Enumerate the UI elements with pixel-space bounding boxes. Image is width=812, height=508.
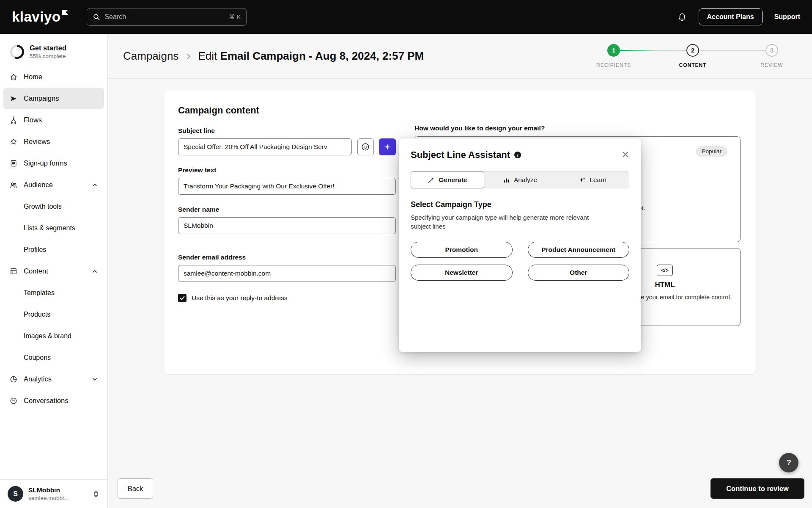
sender-email-group: Sender email address [178, 254, 396, 282]
step-circle: 2 [686, 44, 699, 57]
subject-line-input[interactable] [178, 138, 352, 155]
conversations-icon [9, 397, 18, 405]
step-circle: 3 [765, 44, 778, 57]
sidebar-nav: Home Campaigns Flows Reviews Sign-up for… [0, 66, 107, 411]
sidebar-item-label: Audience [24, 181, 53, 189]
card-title: Campaign content [178, 105, 741, 116]
chevron-right-icon [185, 52, 192, 60]
sidebar-item-home[interactable]: Home [3, 66, 104, 88]
campaign-title: Email Campaign - Aug 8, 2024, 2:57 PM [220, 50, 424, 62]
user-name: SLMobbin [28, 486, 69, 494]
step-label: RECIPIENTS [596, 62, 631, 68]
sidebar-item-conversations[interactable]: Conversations [3, 390, 104, 411]
sender-email-label: Sender email address [178, 254, 396, 261]
bar-chart-icon [503, 177, 510, 184]
get-started-progress: 55% complete [30, 53, 66, 59]
step-circle: 1 [607, 44, 620, 57]
sidebar-item-label: Reviews [24, 138, 50, 146]
preview-text-input[interactable] [178, 178, 396, 195]
close-icon[interactable]: ✕ [622, 150, 629, 160]
sidebar-item-label: Conversations [24, 397, 68, 405]
support-link[interactable]: Support [774, 13, 800, 21]
sidebar-item-content[interactable]: Content [3, 260, 104, 282]
sidebar-item-label: Products [24, 311, 50, 318]
emoji-picker-button[interactable] [357, 138, 374, 155]
sidebar-item-label: Sign-up forms [24, 159, 67, 167]
tab-label: Analyze [514, 176, 537, 184]
sidebar-item-products[interactable]: Products [3, 304, 104, 325]
back-button[interactable]: Back [118, 478, 153, 499]
continue-to-review-button[interactable]: Continue to review [710, 478, 804, 499]
assistant-tabs: Generate Analyze Learn [411, 171, 629, 188]
sidebar-item-coupons[interactable]: Coupons [3, 347, 104, 368]
sidebar-item-analytics[interactable]: Analytics [3, 368, 104, 390]
sidebar-item-label: Profiles [24, 246, 46, 254]
step-recipients[interactable]: 1 RECIPIENTS [590, 44, 637, 68]
sidebar-item-growth-tools[interactable]: Growth tools [3, 196, 104, 217]
preview-text-group: Preview text [178, 166, 396, 195]
popular-badge: Popular [696, 146, 727, 157]
stepper-connector [620, 50, 686, 51]
sidebar-item-templates[interactable]: Templates [3, 282, 104, 304]
checkbox-checked-icon[interactable] [178, 294, 187, 302]
info-icon[interactable]: i [514, 152, 521, 158]
search-input[interactable] [104, 13, 225, 21]
tab-generate[interactable]: Generate [411, 171, 484, 188]
search-shortcut: ⌘ K [229, 14, 241, 20]
sidebar-item-reviews[interactable]: Reviews [3, 131, 104, 152]
home-icon [9, 73, 18, 81]
sender-email-input[interactable] [178, 265, 396, 282]
subject-line-assistant-modal: Subject Line Assistant i ✕ Generate Anal… [399, 138, 641, 352]
smiley-icon [361, 142, 370, 152]
sender-name-input[interactable] [178, 217, 396, 234]
preview-text-label: Preview text [178, 166, 396, 174]
sidebar-item-images-brand[interactable]: Images & brand [3, 325, 104, 347]
sidebar-item-profiles[interactable]: Profiles [3, 239, 104, 260]
product-announcement-button[interactable]: Product Announcement [528, 242, 630, 258]
breadcrumb-campaigns-link[interactable]: Campaigns [123, 50, 179, 63]
user-email: samlee.mobbi... [28, 495, 69, 501]
sidebar-item-label: Analytics [24, 375, 52, 383]
modal-title: Subject Line Assistant [411, 149, 510, 160]
newsletter-button[interactable]: Newsletter [411, 265, 513, 281]
other-button[interactable]: Other [528, 265, 630, 281]
signup-forms-icon [9, 159, 18, 168]
notifications-bell-icon[interactable] [678, 12, 687, 22]
tab-label: Learn [590, 176, 606, 184]
klaviyo-logo[interactable]: klaviyo [12, 9, 68, 25]
step-content[interactable]: 2 CONTENT [669, 44, 716, 68]
promotion-button[interactable]: Promotion [411, 242, 513, 258]
help-button[interactable]: ? [779, 453, 798, 472]
search-icon [93, 13, 100, 21]
subject-line-group: Subject line [178, 127, 396, 155]
get-started-widget[interactable]: Get started 55% complete [0, 34, 107, 66]
subject-assistant-button[interactable] [379, 138, 396, 155]
sidebar-item-signup-forms[interactable]: Sign-up forms [3, 152, 104, 174]
sidebar-item-label: Flows [24, 116, 42, 124]
campaigns-icon [9, 94, 18, 103]
stepper-connector [699, 50, 765, 51]
sidebar-item-label: Growth tools [24, 203, 62, 210]
step-review[interactable]: 3 REVIEW [749, 44, 795, 68]
edit-prefix: Edit [198, 50, 220, 62]
sidebar-item-lists-segments[interactable]: Lists & segments [3, 217, 104, 239]
campaign-type-description: Specifying your campaign type will help … [411, 213, 593, 231]
breadcrumb: Campaigns Edit Email Campaign - Aug 8, 2… [123, 50, 424, 63]
tab-analyze[interactable]: Analyze [484, 172, 557, 188]
page-header: Campaigns Edit Email Campaign - Aug 8, 2… [108, 34, 812, 79]
content-icon [9, 267, 18, 276]
account-plans-button[interactable]: Account Plans [699, 8, 763, 25]
html-option-title: HTML [644, 281, 686, 289]
sidebar-item-campaigns[interactable]: Campaigns [3, 88, 104, 109]
logo-wordmark: klaviyo [12, 9, 60, 25]
klaviyo-flag-icon [62, 10, 68, 15]
sidebar-item-label: Coupons [24, 354, 51, 362]
sidebar-item-flows[interactable]: Flows [3, 109, 104, 131]
user-avatar: S [8, 486, 23, 502]
tab-learn[interactable]: Learn [556, 172, 629, 188]
sidebar-item-audience[interactable]: Audience [3, 174, 104, 196]
progress-stepper: 1 RECIPIENTS 2 CONTENT 3 REVIEW [590, 44, 795, 68]
user-account-switcher[interactable]: S SLMobbin samlee.mobbi... [0, 479, 107, 508]
global-search[interactable]: ⌘ K [87, 8, 247, 26]
account-expander-icon[interactable] [92, 490, 100, 498]
